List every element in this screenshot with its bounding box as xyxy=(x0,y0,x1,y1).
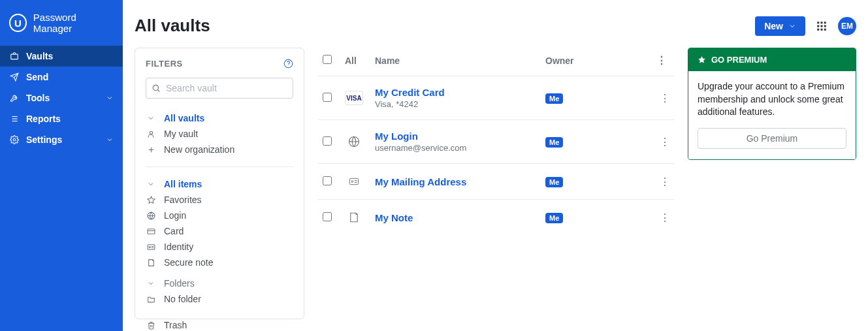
svg-point-7 xyxy=(13,138,16,141)
row-kebab-icon[interactable]: ⋮ xyxy=(660,212,669,223)
filter-divider xyxy=(146,166,293,167)
note-icon xyxy=(345,210,363,225)
svg-rect-13 xyxy=(824,25,826,27)
svg-rect-10 xyxy=(824,22,826,24)
new-button[interactable]: New xyxy=(755,16,805,36)
item-title[interactable]: My Note xyxy=(375,212,535,223)
filter-all-items-label: All items xyxy=(164,179,202,189)
nav-vaults[interactable]: Vaults xyxy=(0,46,123,67)
filter-trash[interactable]: Trash xyxy=(146,317,293,331)
filters-header: FILTERS xyxy=(146,59,293,69)
filter-all-vaults-label: All vaults xyxy=(164,113,204,123)
svg-rect-8 xyxy=(817,22,819,24)
filter-new-org-label: New organization xyxy=(164,144,234,155)
svg-rect-35 xyxy=(349,178,358,184)
svg-rect-16 xyxy=(824,28,826,30)
send-icon xyxy=(9,72,20,82)
nav-reports[interactable]: Reports xyxy=(0,108,123,129)
select-all-checkbox[interactable] xyxy=(323,55,332,64)
premium-text: Upgrade your account to a Premium member… xyxy=(698,80,846,119)
svg-point-36 xyxy=(351,181,353,183)
filters-panel: FILTERS All vaults xyxy=(135,48,304,319)
item-title[interactable]: My Credit Card xyxy=(375,87,535,98)
table-header-row: All Name Owner ⋮ xyxy=(317,48,675,76)
filter-no-folder[interactable]: No folder xyxy=(146,291,293,307)
svg-rect-12 xyxy=(821,25,823,27)
help-icon[interactable] xyxy=(283,59,293,69)
brand-logo-letter: U xyxy=(14,18,22,29)
sidebar: U Password Manager Vaults Send Tools xyxy=(0,0,123,331)
premium-card: GO PREMIUM Upgrade your account to a Pre… xyxy=(688,48,856,160)
globe-icon xyxy=(146,212,156,220)
filter-login[interactable]: Login xyxy=(146,208,293,223)
header-menu: ⋮ xyxy=(651,48,675,76)
note-icon xyxy=(146,259,156,267)
search-input[interactable] xyxy=(146,78,293,99)
row-checkbox[interactable] xyxy=(323,176,332,185)
folder-icon xyxy=(146,295,156,304)
filter-card[interactable]: Card xyxy=(146,223,293,239)
filter-secure-note[interactable]: Secure note xyxy=(146,255,293,270)
nav: Vaults Send Tools Reports xyxy=(0,46,123,150)
table-row: My Mailing Address Me ⋮ xyxy=(317,164,675,200)
table-area: All Name Owner ⋮ VISA xyxy=(317,48,675,319)
id-card-icon xyxy=(345,174,363,189)
owner-badge: Me xyxy=(545,93,563,104)
header-kebab-icon[interactable]: ⋮ xyxy=(656,55,666,66)
row-checkbox[interactable] xyxy=(323,136,332,146)
nav-tools[interactable]: Tools xyxy=(0,87,123,108)
filter-my-vault-label: My vault xyxy=(164,129,198,139)
svg-marker-24 xyxy=(148,197,155,203)
go-premium-button[interactable]: Go Premium xyxy=(698,128,846,149)
filter-identity-label: Identity xyxy=(164,242,193,252)
search-wrap xyxy=(146,78,293,99)
item-title[interactable]: My Mailing Address xyxy=(375,176,535,187)
filter-card-label: Card xyxy=(164,226,184,236)
svg-rect-0 xyxy=(11,54,18,59)
svg-rect-27 xyxy=(148,229,155,234)
filter-vaults-group: All vaults My vault New organization xyxy=(146,110,293,157)
svg-rect-29 xyxy=(148,244,155,249)
card-icon xyxy=(146,227,156,236)
filter-new-org[interactable]: New organization xyxy=(146,142,293,157)
topbar-right: New EM xyxy=(755,16,856,36)
nav-send-label: Send xyxy=(26,72,48,82)
apps-grid-icon[interactable] xyxy=(816,20,828,32)
filters-title: FILTERS xyxy=(146,59,183,69)
row-kebab-icon[interactable]: ⋮ xyxy=(660,136,669,148)
item-subtitle: username@service.com xyxy=(375,143,535,153)
avatar-initials: EM xyxy=(841,22,853,31)
row-checkbox[interactable] xyxy=(323,93,332,102)
item-title[interactable]: My Login xyxy=(375,131,535,142)
content: FILTERS All vaults xyxy=(135,48,856,319)
table-row: My Note Me ⋮ xyxy=(317,200,675,236)
nav-send[interactable]: Send xyxy=(0,67,123,87)
filter-trash-label: Trash xyxy=(164,320,187,330)
row-kebab-icon[interactable]: ⋮ xyxy=(660,93,669,104)
gear-icon xyxy=(9,135,20,144)
header-all[interactable]: All xyxy=(340,48,370,76)
wrench-icon xyxy=(9,93,20,102)
row-kebab-icon[interactable]: ⋮ xyxy=(660,176,669,187)
header-owner: Owner xyxy=(540,48,651,76)
filter-all-vaults[interactable]: All vaults xyxy=(146,110,293,126)
filter-folders[interactable]: Folders xyxy=(146,276,293,291)
filter-identity[interactable]: Identity xyxy=(146,239,293,255)
main: All vaults New EM FILTERS xyxy=(123,0,868,331)
filter-all-items[interactable]: All items xyxy=(146,176,293,192)
row-checkbox[interactable] xyxy=(323,212,332,221)
filter-favorites[interactable]: Favorites xyxy=(146,192,293,208)
filter-my-vault[interactable]: My vault xyxy=(146,126,293,142)
chevron-down-icon xyxy=(146,180,156,188)
avatar[interactable]: EM xyxy=(838,17,856,35)
nav-settings[interactable]: Settings xyxy=(0,129,123,150)
visa-icon: VISA xyxy=(345,91,363,105)
item-subtitle: Visa, *4242 xyxy=(375,99,535,109)
filter-secure-note-label: Secure note xyxy=(164,257,214,268)
svg-point-21 xyxy=(150,131,152,134)
header-checkbox xyxy=(317,48,340,76)
list-icon xyxy=(9,114,20,123)
star-icon xyxy=(146,196,156,204)
table-row: My Login username@service.com Me ⋮ xyxy=(317,120,675,164)
filter-login-label: Login xyxy=(164,210,186,221)
